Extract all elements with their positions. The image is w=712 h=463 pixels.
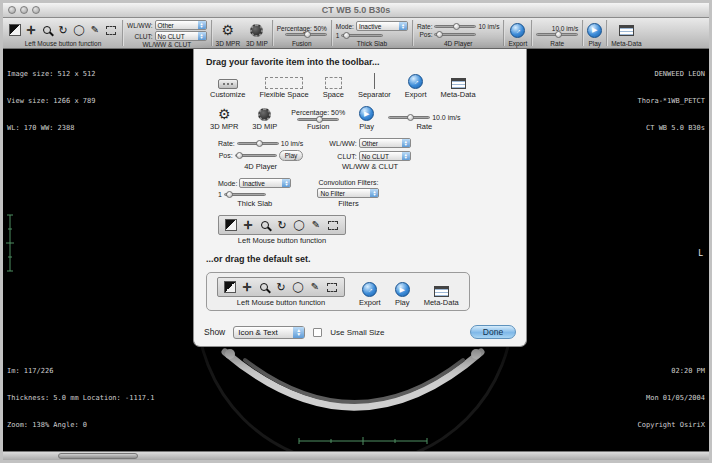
zoom-tool-icon[interactable] bbox=[257, 280, 271, 294]
3d-mip-icon bbox=[258, 108, 271, 121]
ellipse-tool-icon[interactable]: ◯ bbox=[72, 23, 86, 37]
clut-select-value: No CLUT bbox=[362, 153, 389, 160]
rate-slider-thumb[interactable] bbox=[555, 31, 562, 38]
move-tool-icon[interactable]: ✛ bbox=[241, 218, 255, 232]
magnifier-icon bbox=[261, 221, 269, 229]
contrast-tool-icon[interactable] bbox=[224, 218, 238, 232]
4d-rate-slider-thumb[interactable] bbox=[453, 23, 460, 30]
zoom-tool-icon[interactable] bbox=[40, 23, 54, 37]
4d-rate-slider[interactable] bbox=[237, 142, 279, 145]
horizontal-ruler bbox=[299, 437, 427, 445]
fusion-slider[interactable] bbox=[297, 118, 339, 121]
pencil-tool-icon[interactable]: ✎ bbox=[308, 280, 322, 294]
default-play[interactable]: ▶ Play bbox=[395, 282, 410, 307]
minimize-button[interactable] bbox=[20, 6, 28, 14]
item-rate[interactable]: 10.0 im/s Rate bbox=[388, 114, 460, 131]
item-export[interactable]: → Export bbox=[405, 74, 427, 99]
toolbar-separator bbox=[412, 20, 413, 46]
selection-tool-icon[interactable] bbox=[325, 280, 339, 294]
toolbar-group-3d-mpr: ⚙ 3D MPR bbox=[213, 18, 244, 48]
selection-tool-icon[interactable] bbox=[104, 23, 118, 37]
rate-slider[interactable] bbox=[388, 116, 430, 119]
toolbar-group-fusion: Percentage: 50% Fusion bbox=[274, 18, 330, 48]
use-small-size-checkbox[interactable] bbox=[313, 328, 322, 337]
fusion-slider[interactable] bbox=[285, 33, 327, 36]
select-arrows-icon bbox=[198, 32, 206, 40]
item-4d-player[interactable]: Rate: 10 im/s Pos: Play 4D Player bbox=[218, 140, 303, 171]
4d-pos-slider[interactable] bbox=[434, 33, 476, 36]
clut-select[interactable]: No CLUT bbox=[155, 31, 207, 41]
thickslab-mode-select[interactable]: Inactive bbox=[239, 178, 291, 188]
play-icon[interactable]: ▶ bbox=[587, 23, 602, 38]
3d-mip-icon[interactable] bbox=[250, 24, 263, 37]
convolution-filter-select[interactable]: No Filter bbox=[317, 188, 379, 198]
item-play[interactable]: ▶ Play bbox=[359, 106, 374, 131]
item-3d-mpr[interactable]: ⚙ 3D MPR bbox=[210, 107, 238, 131]
pencil-tool-icon[interactable]: ✎ bbox=[309, 218, 323, 232]
ellipse-tool-icon[interactable]: ◯ bbox=[292, 218, 306, 232]
clut-select[interactable]: No CLUT bbox=[359, 151, 411, 161]
selection-tool-icon[interactable] bbox=[326, 218, 340, 232]
item-mouse-function[interactable]: ✛ ↻ ◯ ✎ Left Mouse button function bbox=[218, 215, 346, 245]
mouse-function-label: Left Mouse button function bbox=[238, 237, 326, 245]
dashed-selection-icon bbox=[328, 221, 338, 230]
move-tool-icon[interactable]: ✛ bbox=[24, 23, 38, 37]
4d-pos-slider-thumb[interactable] bbox=[236, 152, 243, 159]
customize-label: Customize bbox=[210, 91, 245, 99]
default-metadata[interactable]: Meta-Data bbox=[424, 286, 459, 307]
rate-slider[interactable] bbox=[536, 33, 578, 36]
4d-pos-slider-thumb[interactable] bbox=[436, 31, 443, 38]
bottom-scrollbar[interactable] bbox=[3, 451, 709, 460]
zoom-tool-icon[interactable] bbox=[258, 218, 272, 232]
item-metadata[interactable]: Meta-Data bbox=[441, 78, 476, 99]
4d-rate-slider-thumb[interactable] bbox=[256, 140, 263, 147]
export-icon[interactable]: → bbox=[510, 23, 525, 38]
item-3d-mip[interactable]: 3D MIP bbox=[252, 108, 277, 131]
item-thick-slab[interactable]: Mode: Inactive 1 Thick Slab bbox=[218, 178, 291, 208]
thickslab-slider[interactable] bbox=[341, 34, 383, 37]
wlww-select[interactable]: Other bbox=[359, 138, 411, 148]
item-customize[interactable]: Customize bbox=[210, 79, 245, 99]
scrollbar-thumb[interactable] bbox=[58, 453, 138, 459]
toolbar-group-metadata: Meta-Data bbox=[608, 18, 644, 48]
rotate-tool-icon[interactable]: ↻ bbox=[274, 280, 288, 294]
rate-slider-thumb[interactable] bbox=[407, 114, 414, 121]
item-separator[interactable]: Separator bbox=[358, 73, 391, 99]
rate-label: Rate bbox=[416, 123, 432, 131]
default-mouse-function[interactable]: ✛ ↻ ◯ ✎ Left Mouse button function bbox=[217, 277, 345, 307]
zoom-button[interactable] bbox=[32, 6, 40, 14]
3d-mpr-icon[interactable]: ⚙ bbox=[222, 23, 235, 37]
wlww-select[interactable]: Other bbox=[155, 20, 207, 30]
item-filters[interactable]: Convolution Filters: No Filter Filters bbox=[317, 179, 379, 208]
ellipse-tool-icon[interactable]: ◯ bbox=[291, 280, 305, 294]
thickslab-label: Thick Slab bbox=[237, 200, 272, 208]
done-button[interactable]: Done bbox=[470, 325, 516, 339]
rotate-tool-icon[interactable]: ↻ bbox=[275, 218, 289, 232]
3d-mip-label: 3D MIP bbox=[252, 123, 277, 131]
thickslab-slider-thumb[interactable] bbox=[226, 191, 233, 198]
4d-pos-slider[interactable] bbox=[235, 154, 277, 157]
item-fusion[interactable]: Percentage: 50% Fusion bbox=[291, 109, 345, 131]
close-button[interactable] bbox=[8, 6, 16, 14]
thickslab-mode-select[interactable]: Inactive bbox=[356, 21, 408, 31]
thickslab-slider-thumb[interactable] bbox=[343, 32, 350, 39]
show-mode-select[interactable]: Icon & Text bbox=[233, 326, 305, 339]
4d-rate-label: Rate: bbox=[218, 140, 235, 147]
thickslab-slider[interactable] bbox=[224, 193, 266, 196]
rotate-tool-icon[interactable]: ↻ bbox=[56, 23, 70, 37]
contrast-tool-icon[interactable] bbox=[223, 280, 237, 294]
4d-play-button[interactable]: Play bbox=[279, 150, 304, 161]
item-wlww-clut[interactable]: WL/WW: Other CLUT: No CLUT WL/WW & CLUT bbox=[329, 138, 410, 171]
move-tool-icon[interactable]: ✛ bbox=[240, 280, 254, 294]
item-space[interactable]: Space bbox=[323, 77, 344, 99]
metadata-icon[interactable] bbox=[619, 25, 634, 36]
4d-rate-slider[interactable] bbox=[434, 25, 476, 28]
item-flexible-space[interactable]: Flexible Space bbox=[259, 77, 308, 99]
pencil-tool-icon[interactable]: ✎ bbox=[88, 23, 102, 37]
default-toolbar-set[interactable]: ✛ ↻ ◯ ✎ Left Mouse button function → Exp… bbox=[206, 272, 470, 311]
overlay-line: Thora-*1WB_PETCT bbox=[638, 97, 705, 106]
metadata-icon bbox=[434, 286, 449, 297]
fusion-slider-thumb[interactable] bbox=[304, 31, 311, 38]
default-export[interactable]: → Export bbox=[359, 282, 381, 307]
contrast-tool-icon[interactable] bbox=[8, 23, 22, 37]
